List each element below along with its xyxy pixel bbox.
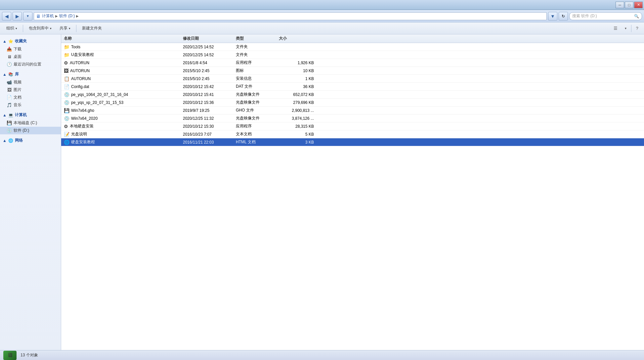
toolbar-separator bbox=[23, 25, 23, 32]
favorites-label: 收藏夹 bbox=[15, 38, 27, 44]
forward-button[interactable]: ▶ bbox=[13, 12, 22, 21]
breadcrumb-drive[interactable]: 软件 (D:) bbox=[59, 13, 75, 19]
sidebar-downloads-label: 下载 bbox=[14, 46, 21, 52]
network-collapse-icon: ▲ bbox=[3, 138, 7, 143]
breadcrumb-computer[interactable]: 计算机 bbox=[42, 13, 54, 19]
file-name: AUTORUN bbox=[70, 68, 90, 73]
sidebar-item-pictures[interactable]: 🖼 图片 bbox=[0, 86, 61, 94]
file-type: 文件夹 bbox=[233, 52, 276, 58]
sidebar-drive-c-label: 本地磁盘 (C:) bbox=[14, 120, 37, 126]
file-type: 光盘映像文件 bbox=[233, 115, 276, 121]
organize-label: 组织 bbox=[6, 25, 14, 31]
search-bar[interactable]: 搜索 软件 (D:) 🔍 bbox=[569, 12, 642, 20]
filelist: 名称 修改日期 类型 大小 📁 Tools 2020/12/25 14:52 文… bbox=[61, 34, 644, 350]
filelist-header: 名称 修改日期 类型 大小 bbox=[61, 34, 644, 43]
sidebar-recent-label: 最近访问的位置 bbox=[14, 62, 41, 67]
file-icon: 🖼 bbox=[64, 68, 68, 73]
file-icon: 📋 bbox=[64, 76, 69, 81]
sidebar-item-downloads[interactable]: 📥 下载 bbox=[0, 45, 61, 53]
table-row[interactable]: 💾 Win7x64.gho 2019/9/7 19:25 GHO 文件 2,90… bbox=[61, 107, 644, 114]
file-size: 279,696 KB bbox=[276, 100, 319, 105]
sidebar-item-drive-d[interactable]: 💿 软件 (D:) bbox=[0, 127, 61, 134]
include-chevron: ▾ bbox=[50, 27, 52, 30]
dropdown-button[interactable]: ▼ bbox=[548, 12, 557, 21]
favorites-header[interactable]: ▲ ⭐ 收藏夹 bbox=[0, 37, 61, 45]
minimize-button[interactable]: ─ bbox=[616, 2, 624, 8]
back-button[interactable]: ◀ bbox=[2, 12, 11, 21]
sidebar-item-documents[interactable]: 📄 文档 bbox=[0, 94, 61, 101]
share-label: 共享 bbox=[60, 25, 67, 31]
network-header[interactable]: ▲ 🌐 网络 bbox=[0, 136, 61, 145]
new-folder-button[interactable]: 新建文件夹 bbox=[78, 24, 106, 33]
view-list-button[interactable]: ☰ bbox=[611, 24, 620, 33]
file-date: 2016/11/21 22:03 bbox=[180, 140, 233, 145]
search-icon[interactable]: 🔍 bbox=[634, 14, 639, 19]
file-icon: 📁 bbox=[64, 52, 69, 58]
file-type: 文件夹 bbox=[233, 44, 276, 50]
file-name: AUTORUN bbox=[71, 76, 91, 81]
file-date: 2016/1/8 4:54 bbox=[180, 61, 233, 65]
table-row[interactable]: 🖼 AUTORUN 2015/5/10 2:45 图标 10 KB bbox=[61, 67, 644, 75]
column-header-date[interactable]: 修改日期 bbox=[180, 34, 233, 43]
file-size: 3,874,126 ... bbox=[276, 116, 319, 121]
table-row[interactable]: 📄 Config.dat 2020/10/12 15:42 DAT 文件 36 … bbox=[61, 83, 644, 91]
close-button[interactable]: ✕ bbox=[634, 2, 643, 8]
column-header-type[interactable]: 类型 bbox=[233, 34, 276, 43]
sidebar: ▲ ⭐ 收藏夹 📥 下载 🖥 桌面 🕐 最近访问的位置 ▲ 📚 库 bbox=[0, 34, 61, 350]
file-type: HTML 文档 bbox=[233, 139, 276, 145]
table-row[interactable]: ⚙ AUTORUN 2016/1/8 4:54 应用程序 1,926 KB bbox=[61, 59, 644, 67]
column-header-size[interactable]: 大小 bbox=[276, 34, 319, 43]
table-row[interactable]: 💿 Win7x64_2020 2020/12/25 11:32 光盘映像文件 3… bbox=[61, 114, 644, 122]
organize-button[interactable]: 组织 ▾ bbox=[3, 24, 21, 33]
column-header-name[interactable]: 名称 bbox=[61, 34, 180, 43]
sidebar-item-recent[interactable]: 🕐 最近访问的位置 bbox=[0, 61, 61, 68]
video-icon: 📹 bbox=[7, 80, 12, 85]
table-row[interactable]: 🌐 硬盘安装教程 2016/11/21 22:03 HTML 文档 3 KB bbox=[61, 138, 644, 146]
file-type: 应用程序 bbox=[233, 60, 276, 66]
file-size: 3 KB bbox=[276, 140, 319, 145]
file-type: 光盘映像文件 bbox=[233, 92, 276, 97]
network-label: 网络 bbox=[15, 138, 23, 143]
statusbar: 🖥 13 个对象 bbox=[0, 350, 644, 360]
computer-header[interactable]: ▲ 💻 计算机 bbox=[0, 111, 61, 119]
recent-icon: 🕐 bbox=[7, 62, 12, 67]
sidebar-item-drive-c[interactable]: 💾 本地磁盘 (C:) bbox=[0, 119, 61, 127]
view-options-button[interactable]: ▾ bbox=[621, 24, 630, 33]
share-button[interactable]: 共享 ▾ bbox=[56, 24, 74, 33]
file-size: 10 KB bbox=[276, 68, 319, 73]
table-row[interactable]: 💿 pe_yqs_xp_20_07_31_15_53 2020/10/12 15… bbox=[61, 99, 644, 107]
table-row[interactable]: 📁 U盘安装教程 2020/12/25 14:52 文件夹 bbox=[61, 51, 644, 59]
libraries-header[interactable]: ▲ 📚 库 bbox=[0, 70, 61, 78]
titlebar: ─ □ ✕ bbox=[0, 0, 644, 10]
recent-locations-button[interactable]: ▼ bbox=[23, 12, 32, 21]
sidebar-item-desktop[interactable]: 🖥 桌面 bbox=[0, 53, 61, 61]
help-button[interactable]: ? bbox=[633, 24, 641, 33]
include-library-button[interactable]: 包含到库中 ▾ bbox=[25, 24, 55, 33]
file-date: 2020/10/12 15:36 bbox=[180, 100, 233, 105]
sidebar-item-music[interactable]: 🎵 音乐 bbox=[0, 101, 61, 109]
file-type: GHO 文件 bbox=[233, 108, 276, 113]
desktop-icon: 🖥 bbox=[7, 54, 12, 60]
file-type: DAT 文件 bbox=[233, 84, 276, 89]
refresh-button[interactable]: ↻ bbox=[559, 12, 568, 21]
file-date: 2020/12/25 14:52 bbox=[180, 53, 233, 57]
file-icon: 🌐 bbox=[64, 140, 69, 145]
table-row[interactable]: 📁 Tools 2020/12/25 14:52 文件夹 bbox=[61, 43, 644, 51]
file-icon: 📁 bbox=[64, 44, 69, 50]
file-name: 硬盘安装教程 bbox=[71, 139, 95, 145]
table-row[interactable]: 📝 光盘说明 2016/10/23 7:07 文本文档 5 KB bbox=[61, 130, 644, 138]
file-name: AUTORUN bbox=[70, 61, 89, 65]
file-date: 2020/10/12 15:30 bbox=[180, 124, 233, 129]
file-type: 图标 bbox=[233, 68, 276, 73]
file-date: 2015/5/10 2:45 bbox=[180, 76, 233, 81]
file-type: 应用程序 bbox=[233, 123, 276, 129]
table-row[interactable]: 📋 AUTORUN 2015/5/10 2:45 安装信息 1 KB bbox=[61, 75, 644, 83]
maximize-button[interactable]: □ bbox=[625, 2, 633, 8]
table-row[interactable]: ⚙ 本地硬盘安装 2020/10/12 15:30 应用程序 28,315 KB bbox=[61, 122, 644, 130]
include-label: 包含到库中 bbox=[29, 25, 49, 31]
computer-icon: 💻 bbox=[8, 113, 13, 117]
sidebar-item-video[interactable]: 📹 视频 bbox=[0, 78, 61, 86]
file-name: Win7x64.gho bbox=[71, 108, 94, 113]
documents-icon: 📄 bbox=[7, 95, 12, 100]
table-row[interactable]: 💿 pe_yqs_1064_20_07_31_16_04 2020/10/12 … bbox=[61, 91, 644, 99]
